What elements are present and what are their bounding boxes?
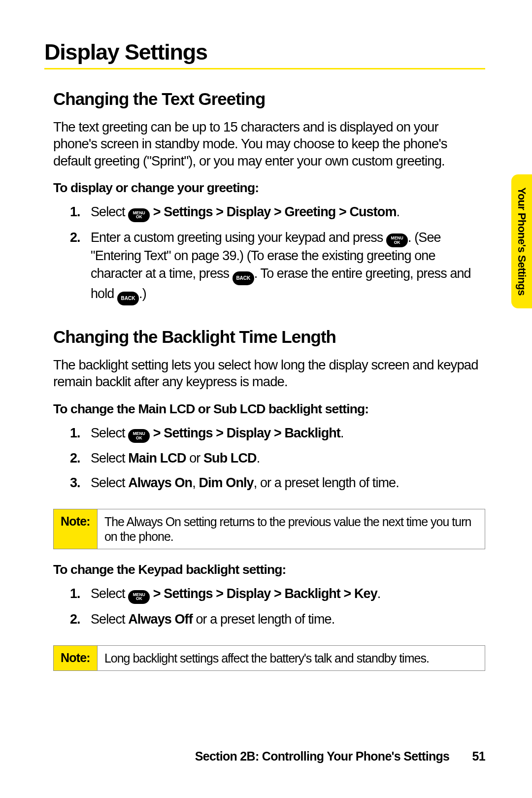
bold: Dim Only — [199, 475, 253, 490]
text: .) — [139, 286, 146, 301]
menu-ok-icon: MENUOK — [128, 590, 150, 604]
note-label: Note: — [54, 509, 98, 549]
side-tab-label: Your Phone's Settings — [515, 187, 528, 296]
text: Select — [91, 612, 128, 627]
text: , — [192, 475, 199, 490]
path-bold: > Settings > Display > Greeting > Custom — [150, 204, 396, 219]
greeting-lead: To display or change your greeting: — [53, 180, 485, 196]
text: , or a preset length of time. — [254, 475, 399, 490]
note-text: The Always On setting returns to the pre… — [98, 509, 485, 549]
lcd-step-1: 1. Select MENUOK > Settings > Display > … — [70, 425, 485, 443]
path-bold: > Settings > Display > Backlight > Key — [150, 586, 377, 601]
backlight-keypad-lead: To change the Keypad backlight setting: — [53, 562, 485, 577]
back-icon: BACK — [233, 271, 254, 285]
page-content: Display Settings Changing the Text Greet… — [0, 0, 532, 671]
greeting-step-2: 2. Enter a custom greeting using your ke… — [70, 229, 485, 305]
text: or — [186, 451, 203, 466]
bold: Always Off — [128, 612, 193, 627]
greeting-step-1: 1. Select MENUOK > Settings > Display > … — [70, 203, 485, 222]
greeting-intro: The text greeting can be up to 15 charac… — [53, 119, 485, 169]
note-box-2: Note: Long backlight settings affect the… — [53, 645, 485, 671]
text: Select — [91, 204, 128, 219]
backlight-intro: The backlight setting lets you select ho… — [53, 357, 485, 391]
text: Select — [91, 475, 128, 490]
text: Enter a custom greeting using your keypa… — [91, 230, 386, 245]
text: Select — [91, 586, 128, 601]
lcd-steps: 1. Select MENUOK > Settings > Display > … — [70, 425, 485, 492]
page-number: 51 — [472, 749, 485, 764]
note-label: Note: — [54, 646, 98, 670]
menu-ok-icon: MENUOK — [386, 233, 408, 247]
menu-ok-icon: MENUOK — [128, 208, 150, 222]
keypad-step-2: 2. Select Always Off or a preset length … — [70, 611, 485, 629]
page-footer: Section 2B: Controlling Your Phone's Set… — [0, 749, 532, 764]
bold: Always On — [128, 475, 192, 490]
text: or a preset length of time. — [193, 612, 334, 627]
menu-ok-icon: MENUOK — [128, 429, 150, 443]
lcd-step-3: 3. Select Always On, Dim Only, or a pres… — [70, 474, 485, 492]
text: Select — [91, 426, 128, 440]
side-tab: Your Phone's Settings — [511, 174, 532, 308]
page-title: Display Settings — [44, 39, 485, 65]
keypad-step-1: 1. Select MENUOK > Settings > Display > … — [70, 585, 485, 604]
lcd-step-2: 2. Select Main LCD or Sub LCD. — [70, 450, 485, 467]
heading-backlight: Changing the Backlight Time Length — [53, 327, 485, 347]
heading-greeting: Changing the Text Greeting — [53, 89, 485, 109]
note-box-1: Note: The Always On setting returns to t… — [53, 509, 485, 549]
bold: Sub LCD — [203, 451, 257, 466]
bold: Main LCD — [128, 451, 186, 466]
footer-section-text: Section 2B: Controlling Your Phone's Set… — [195, 749, 450, 763]
title-rule — [44, 68, 485, 69]
back-icon: BACK — [117, 292, 139, 305]
note-text: Long backlight settings affect the batte… — [98, 646, 485, 670]
text: Select — [91, 451, 128, 466]
greeting-steps: 1. Select MENUOK > Settings > Display > … — [70, 203, 485, 305]
path-bold: > Settings > Display > Backlight — [150, 426, 340, 440]
backlight-lcd-lead: To change the Main LCD or Sub LCD backli… — [53, 401, 485, 417]
keypad-steps: 1. Select MENUOK > Settings > Display > … — [70, 585, 485, 628]
